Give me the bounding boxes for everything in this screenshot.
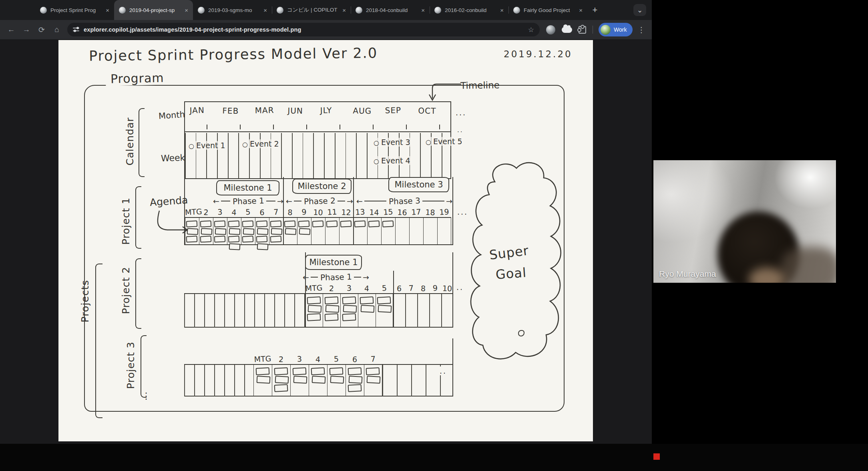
agenda-card	[354, 220, 366, 227]
month-tick-label: MAR	[255, 105, 287, 131]
tab-search-chevron-icon[interactable]: ⌄	[633, 4, 646, 16]
meeting-number: 2	[199, 207, 213, 217]
project2-label: Project 2	[120, 260, 132, 320]
agenda-card	[186, 235, 198, 242]
agenda-card	[214, 220, 226, 227]
phase-divider	[393, 271, 394, 328]
participant-video[interactable]	[653, 160, 836, 283]
agenda-column	[309, 364, 327, 397]
profile-label: Work	[614, 26, 627, 33]
agenda-card	[293, 376, 307, 384]
agenda-card	[343, 305, 357, 313]
agenda-column	[437, 217, 451, 245]
meeting-number: 7	[364, 354, 382, 364]
month-tick	[439, 125, 440, 129]
back-button[interactable]: ←	[5, 23, 18, 36]
agenda-card	[348, 376, 362, 384]
agenda-column	[376, 293, 393, 328]
agenda-card	[256, 220, 268, 227]
month-tick	[273, 125, 274, 129]
agenda-column	[358, 293, 376, 328]
red-indicator	[653, 453, 660, 460]
month-tick-label: SEP	[385, 105, 418, 131]
agenda-card	[307, 305, 321, 313]
meeting-number: 7	[269, 207, 283, 217]
agenda-card	[228, 220, 240, 227]
extensions-icon[interactable]	[579, 26, 586, 34]
event-text: Event 1	[196, 141, 225, 150]
agenda-card	[256, 235, 268, 242]
milestone-box: Milestone 3	[388, 177, 449, 192]
agenda-card	[377, 296, 391, 304]
sketch-title: Project Sprint Progress Model Ver 2.0	[89, 45, 378, 64]
sketch-date: 2019.12.20	[504, 49, 573, 59]
phase-label: Phase 1	[320, 272, 352, 282]
browser-tab[interactable]: Project Sprint Prog×	[35, 0, 114, 20]
tab-close-icon[interactable]: ×	[499, 7, 504, 14]
tab-favicon-icon	[434, 7, 441, 14]
meeting-number: 14	[367, 207, 382, 217]
month-tick	[373, 125, 374, 129]
month-tick	[306, 125, 307, 129]
browser-tab[interactable]: コンビル | COPILOT×	[272, 0, 351, 20]
meeting-number: 9	[297, 207, 311, 217]
bookmark-star-icon[interactable]: ☆	[528, 26, 534, 34]
reload-button[interactable]: ⟳	[35, 23, 48, 36]
meeting-number: 3	[290, 354, 309, 364]
meetings-ellipsis: ..	[439, 366, 448, 375]
tab-close-icon[interactable]: ×	[184, 7, 188, 14]
meeting-number: 5	[375, 283, 393, 293]
agenda-card	[292, 367, 306, 375]
tab-favicon-icon	[198, 7, 205, 14]
meeting-number: 8	[283, 207, 297, 217]
meeting-number: 10	[441, 284, 454, 293]
agenda-card	[324, 313, 338, 321]
browser-tab[interactable]: 2019-04-project-sp×	[114, 0, 193, 20]
event-marker: ○	[242, 141, 248, 148]
url-text[interactable]: explorer.copilot.jp/assets/images/2019-0…	[84, 26, 528, 33]
browser-tab[interactable]: 2018-04-conbuild×	[351, 0, 430, 20]
browser-tab[interactable]: 2019-03-sgms-mo×	[193, 0, 272, 20]
profile-button[interactable]: Work	[599, 23, 633, 36]
tab-close-icon[interactable]: ×	[105, 7, 109, 14]
tab-close-icon[interactable]: ×	[263, 7, 267, 14]
month-tick-label: JUN	[287, 106, 320, 133]
account-circle-icon[interactable]	[546, 25, 555, 34]
agenda-card	[311, 367, 325, 375]
tab-close-icon[interactable]: ×	[578, 7, 583, 14]
meeting-number: 6	[346, 354, 364, 364]
profile-avatar	[601, 25, 611, 35]
tab-title: Project Sprint Prog	[50, 7, 101, 13]
browser-tab[interactable]: Fairly Good Project×	[508, 0, 587, 20]
agenda-card	[256, 376, 270, 384]
month-tick	[240, 125, 241, 129]
super-goal-cloud	[470, 156, 566, 367]
forward-button[interactable]: →	[20, 23, 33, 36]
event-label: ○Event 1	[187, 141, 227, 150]
tab-close-icon[interactable]: ×	[420, 7, 425, 14]
agenda-card	[382, 220, 394, 227]
meeting-number: 2	[323, 284, 341, 293]
agenda-card	[270, 235, 282, 242]
sketch-image[interactable]: Project Sprint Progress Model Ver 2.0 20…	[58, 40, 593, 441]
calendar-week-row: ○Event 1○Event 2○Event 3○Event 4○Event 5	[185, 133, 450, 178]
agenda-card	[348, 384, 362, 392]
agenda-card	[307, 313, 321, 321]
agenda-column	[255, 217, 269, 245]
event-text: Event 4	[381, 156, 410, 165]
new-tab-button[interactable]: +	[587, 5, 603, 15]
browser-menu-icon[interactable]: ⋮	[637, 25, 645, 34]
home-button[interactable]: ⌂	[50, 23, 63, 36]
weeks-dots: ..	[456, 127, 464, 134]
agenda-card	[274, 384, 288, 392]
agenda-column	[305, 293, 323, 328]
calendar-bracket	[139, 108, 145, 177]
address-bar[interactable]: explorer.copilot.jp/assets/images/2019-0…	[67, 23, 540, 36]
meeting-number: 4	[227, 207, 241, 217]
download-cloud-icon[interactable]	[562, 27, 572, 33]
site-settings-icon[interactable]	[73, 27, 79, 32]
agenda-column	[395, 217, 409, 245]
project1-band: Milestone 1Milestone 2Milestone 3←Phase …	[184, 177, 453, 245]
browser-tab[interactable]: 2016-02-conbuild×	[430, 0, 508, 20]
tab-close-icon[interactable]: ×	[342, 7, 346, 14]
